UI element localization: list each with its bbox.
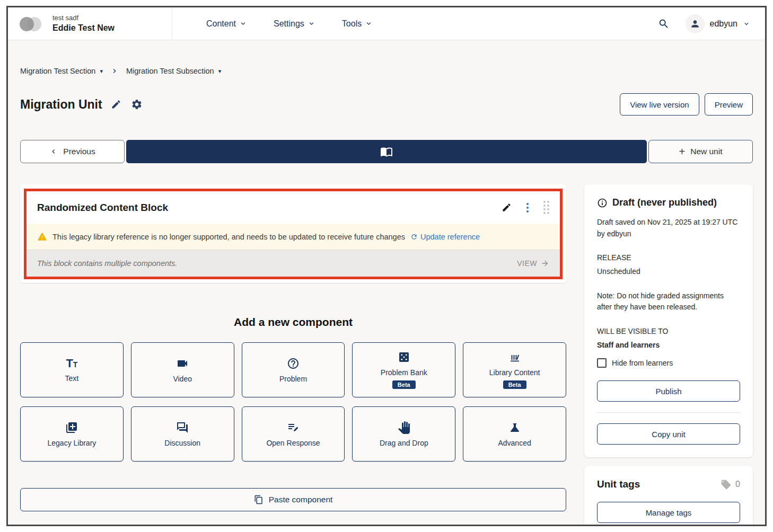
block-menu-kebab-icon[interactable]	[526, 203, 529, 212]
org-name: test sadf	[52, 14, 115, 22]
chevron-down-icon	[239, 20, 247, 28]
visibility-value: Staff and learners	[597, 340, 740, 351]
visibility-label: WILL BE VISIBLE TO	[597, 326, 740, 338]
copy-unit-button[interactable]: Copy unit	[597, 423, 740, 445]
view-live-version-button[interactable]: View live version	[620, 93, 699, 116]
block-footer: This block contains multiple components.…	[27, 250, 560, 277]
advanced-flask-icon	[508, 421, 521, 434]
update-reference-label: Update reference	[420, 233, 480, 241]
component-label: Video	[173, 375, 192, 383]
draft-saved-text: Draft saved on Nov 21, 2025 at 19:27 UTC…	[597, 217, 740, 240]
add-legacy-library-button[interactable]: Legacy Library	[20, 406, 124, 462]
refresh-icon	[410, 233, 418, 241]
hide-from-learners-checkbox-row[interactable]: Hide from learners	[597, 358, 740, 369]
warning-triangle-icon	[37, 232, 47, 242]
paste-component-button[interactable]: Paste component	[20, 488, 566, 511]
search-button[interactable]	[658, 18, 670, 30]
add-drag-and-drop-button[interactable]: Drag and Drop	[352, 406, 455, 462]
discussion-icon	[176, 421, 189, 434]
unit-tags-title: Unit tags	[597, 478, 640, 490]
unit-settings-gear-icon[interactable]	[131, 99, 143, 110]
breadcrumb-subsection[interactable]: Migration Test Subsection ▾	[126, 67, 221, 75]
publish-button[interactable]: Publish	[597, 380, 740, 402]
drag-and-drop-hand-icon	[398, 421, 410, 434]
block-title: Randomized Content Block	[37, 202, 168, 214]
publish-status-card: Draft (never published) Draft saved on N…	[584, 184, 753, 457]
update-reference-link[interactable]: Update reference	[410, 233, 480, 241]
new-unit-label: New unit	[690, 147, 722, 156]
org-logo	[20, 16, 44, 32]
warning-text: This legacy library reference is no long…	[52, 233, 405, 241]
legacy-warning-banner: This legacy library reference is no long…	[27, 224, 560, 250]
view-label: VIEW	[517, 259, 537, 268]
page-title: Migration Unit	[20, 97, 102, 112]
block-footer-note: This block contains multiple components.	[37, 259, 177, 268]
course-brand[interactable]: test sadf Eddie Test New	[8, 7, 172, 40]
release-value: Unscheduled	[597, 266, 740, 278]
avatar	[686, 14, 705, 33]
previous-unit-button[interactable]: Previous	[20, 140, 125, 163]
username: edbyun	[710, 19, 738, 29]
add-text-button[interactable]: TT Text	[20, 342, 124, 397]
paste-component-label: Paste component	[269, 495, 333, 504]
course-name: Eddie Test New	[52, 23, 115, 33]
arrow-right-icon	[541, 259, 549, 268]
plus-icon: +	[679, 146, 686, 157]
component-label: Legacy Library	[47, 439, 96, 447]
preview-button[interactable]: Preview	[705, 93, 753, 116]
nav-content-label: Content	[206, 19, 236, 29]
sidebar: Draft (never published) Draft saved on N…	[584, 184, 753, 526]
sidebar-divider	[597, 412, 740, 413]
tag-count: 0	[721, 479, 740, 490]
edit-title-pencil-icon[interactable]	[111, 99, 121, 110]
current-unit-bar[interactable]	[126, 140, 647, 163]
breadcrumb-subsection-label: Migration Test Subsection	[126, 67, 214, 75]
view-block-link[interactable]: VIEW	[517, 259, 549, 268]
component-label: Library Content	[489, 368, 540, 377]
component-label: Open Response	[266, 439, 320, 447]
component-label: Problem	[279, 375, 307, 383]
add-open-response-button[interactable]: Open Response	[242, 406, 345, 462]
unit-tags-card: Unit tags 0 Manage tags	[584, 466, 753, 526]
manage-tags-button[interactable]: Manage tags	[597, 502, 740, 523]
hide-from-learners-checkbox[interactable]	[597, 358, 607, 368]
beta-badge: Beta	[392, 380, 416, 389]
tag-icon	[721, 479, 732, 490]
caret-down-icon: ▾	[100, 68, 103, 75]
add-library-content-button[interactable]: Library Content Beta	[463, 342, 566, 397]
drag-handle-icon[interactable]	[543, 201, 549, 214]
add-problem-bank-button[interactable]: Problem Bank Beta	[352, 342, 455, 397]
edit-block-pencil-icon[interactable]	[502, 202, 512, 212]
chevron-right-icon	[110, 67, 119, 75]
video-icon	[176, 357, 189, 370]
main-nav: Content Settings Tools	[206, 7, 373, 40]
studio-header: test sadf Eddie Test New Content Setting…	[8, 7, 765, 40]
problem-bank-dice-icon	[398, 351, 410, 363]
nav-tools[interactable]: Tools	[342, 19, 373, 29]
add-advanced-button[interactable]: Advanced	[463, 406, 566, 462]
add-problem-button[interactable]: Problem	[242, 342, 345, 397]
person-icon	[690, 19, 700, 29]
chevron-left-icon	[49, 147, 58, 156]
breadcrumb: Migration Test Section ▾ Migration Test …	[20, 67, 753, 75]
unit-navigation: Previous + New unit	[20, 140, 753, 163]
chevron-down-icon	[365, 20, 373, 28]
nav-content[interactable]: Content	[206, 19, 247, 29]
nav-settings[interactable]: Settings	[274, 19, 315, 29]
new-unit-button[interactable]: + New unit	[648, 140, 753, 163]
release-label: RELEASE	[597, 252, 740, 264]
user-menu[interactable]: edbyun	[686, 14, 751, 33]
add-component-heading: Add a new component	[20, 316, 566, 329]
add-discussion-button[interactable]: Discussion	[131, 406, 234, 462]
draft-status-title: Draft (never published)	[612, 197, 717, 208]
text-icon: TT	[66, 358, 77, 369]
open-response-icon	[287, 421, 300, 434]
search-icon	[658, 18, 670, 30]
previous-unit-label: Previous	[63, 147, 95, 156]
unit-block-card: Randomized Content Block This legacy lib…	[20, 184, 566, 283]
add-video-button[interactable]: Video	[131, 342, 234, 397]
breadcrumb-section[interactable]: Migration Test Section ▾	[20, 67, 103, 75]
component-label: Drag and Drop	[380, 439, 428, 447]
hide-from-learners-label: Hide from learners	[612, 358, 673, 369]
nav-settings-label: Settings	[274, 19, 304, 29]
